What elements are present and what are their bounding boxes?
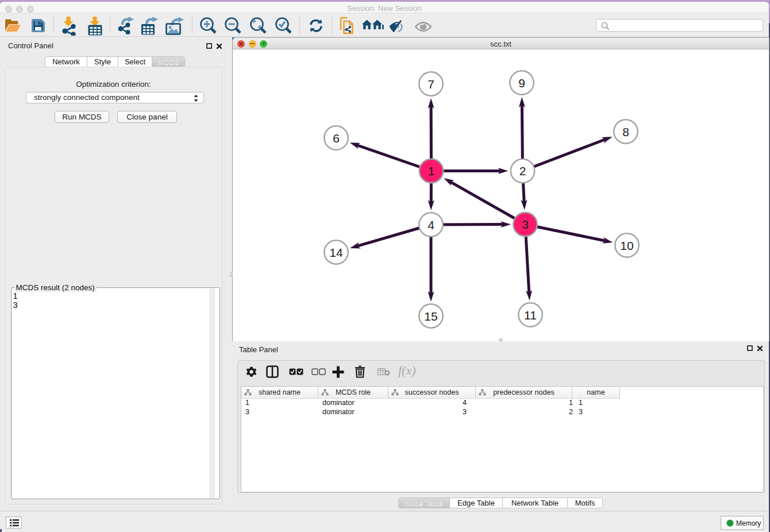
svg-text:7: 7 <box>428 78 434 91</box>
svg-text:11: 11 <box>524 309 537 322</box>
svg-text:9: 9 <box>518 76 525 90</box>
svg-text:3: 3 <box>522 218 529 231</box>
svg-text:6: 6 <box>333 132 340 145</box>
svg-text:8: 8 <box>622 125 629 138</box>
svg-text:15: 15 <box>424 310 437 323</box>
svg-text:10: 10 <box>620 239 633 252</box>
svg-text:1: 1 <box>428 164 435 178</box>
svg-text:2: 2 <box>519 164 526 178</box>
svg-text:4: 4 <box>428 218 434 232</box>
svg-text:14: 14 <box>329 246 343 259</box>
